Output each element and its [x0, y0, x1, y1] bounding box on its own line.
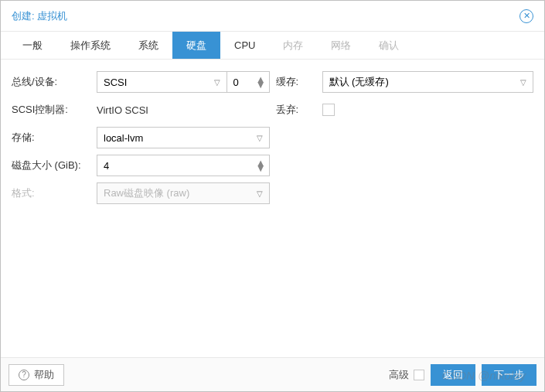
chevron-down-icon: ▽: [257, 189, 263, 198]
scsi-label: SCSI控制器:: [12, 103, 97, 117]
storage-select[interactable]: local-lvm ▽: [97, 127, 270, 148]
tab-cpu[interactable]: CPU: [220, 32, 269, 59]
tab-os[interactable]: 操作系统: [56, 32, 124, 59]
discard-label: 丢弃:: [276, 103, 322, 117]
disksize-input[interactable]: 4 ▲▼: [97, 155, 270, 176]
left-column: 总线/设备: SCSI ▽ 0 ▲▼ SCSI控制器: VirtIO SCSI …: [12, 70, 270, 210]
format-select: Raw磁盘映像 (raw) ▽: [97, 182, 270, 204]
help-button[interactable]: ? 帮助: [9, 364, 64, 386]
footer: ? 帮助 高级 返回 下一步: [1, 357, 544, 391]
right-column: 缓存: 默认 (无缓存) ▽ 丢弃:: [276, 70, 534, 210]
cache-row: 缓存: 默认 (无缓存) ▽: [276, 70, 534, 94]
tab-general[interactable]: 一般: [9, 32, 56, 59]
advanced-toggle[interactable]: 高级: [389, 368, 424, 382]
bus-select[interactable]: SCSI ▽: [97, 71, 227, 93]
tab-disk[interactable]: 硬盘: [172, 32, 220, 59]
storage-row: 存储: local-lvm ▽: [12, 126, 270, 149]
scsi-row: SCSI控制器: VirtIO SCSI: [12, 98, 270, 121]
cache-label: 缓存:: [276, 75, 322, 89]
format-row: 格式: Raw磁盘映像 (raw) ▽: [12, 182, 270, 205]
form-panel: 总线/设备: SCSI ▽ 0 ▲▼ SCSI控制器: VirtIO SCSI …: [1, 60, 544, 210]
bus-label: 总线/设备:: [12, 75, 97, 89]
cache-select[interactable]: 默认 (无缓存) ▽: [322, 71, 534, 93]
next-button[interactable]: 下一步: [482, 364, 536, 386]
spinner-icon: ▲▼: [256, 72, 266, 92]
chevron-down-icon: ▽: [520, 78, 526, 87]
help-icon: ?: [19, 370, 29, 380]
disksize-row: 磁盘大小 (GiB): 4 ▲▼: [12, 154, 270, 177]
chevron-down-icon: ▽: [257, 134, 263, 142]
close-icon[interactable]: ✕: [519, 9, 533, 23]
tab-network: 网络: [317, 32, 365, 59]
tab-strip: 一般 操作系统 系统 硬盘 CPU 内存 网络 确认: [1, 32, 544, 60]
titlebar: 创建: 虚拟机 ✕: [1, 1, 544, 32]
advanced-checkbox[interactable]: [414, 370, 424, 380]
bus-row: 总线/设备: SCSI ▽ 0 ▲▼: [12, 70, 270, 94]
discard-checkbox[interactable]: [322, 104, 335, 116]
tab-confirm: 确认: [365, 32, 413, 59]
spinner-icon: ▲▼: [256, 155, 266, 176]
disksize-label: 磁盘大小 (GiB):: [12, 159, 97, 172]
scsi-value: VirtIO SCSI: [97, 104, 148, 116]
bus-number-input[interactable]: 0 ▲▼: [227, 71, 270, 93]
tab-system[interactable]: 系统: [124, 32, 172, 59]
format-label: 格式:: [12, 186, 97, 200]
storage-label: 存储:: [12, 131, 97, 145]
chevron-down-icon: ▽: [214, 78, 220, 87]
tab-memory: 内存: [269, 32, 317, 59]
window-title: 创建: 虚拟机: [12, 9, 67, 23]
back-button[interactable]: 返回: [431, 364, 475, 386]
discard-row: 丢弃:: [276, 98, 534, 121]
